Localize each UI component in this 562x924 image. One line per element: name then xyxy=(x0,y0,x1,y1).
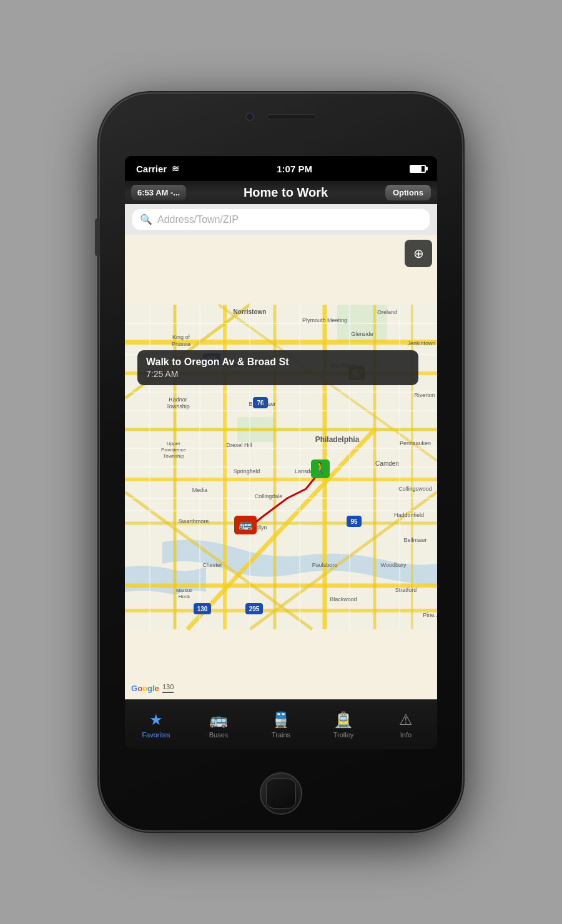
svg-text:Media: Media xyxy=(192,487,208,493)
star-icon: ★ xyxy=(149,711,163,729)
svg-text:Oreland: Oreland xyxy=(377,309,397,315)
svg-text:Collingswood: Collingswood xyxy=(398,486,432,492)
svg-text:King of: King of xyxy=(172,334,190,340)
warning-icon: ⚠ xyxy=(399,711,413,729)
svg-text:Norristown: Norristown xyxy=(234,308,267,315)
battery-icon xyxy=(410,165,426,173)
bus-icon: 🚌 xyxy=(209,711,228,729)
search-bar: 🔍 Address/Town/ZIP xyxy=(125,204,437,235)
tooltip-title: Walk to Oregon Av & Broad St xyxy=(146,356,410,368)
search-input[interactable]: Address/Town/ZIP xyxy=(157,214,239,225)
tab-trolley-label: Trolley xyxy=(333,731,354,739)
phone-speaker xyxy=(267,114,317,119)
map-area[interactable]: 276 76 95 130 295 xyxy=(125,235,437,699)
svg-text:Prussia: Prussia xyxy=(172,341,190,347)
svg-text:Haddonfield: Haddonfield xyxy=(394,512,424,518)
svg-text:Township: Township xyxy=(163,453,184,459)
svg-text:Camden: Camden xyxy=(375,460,399,467)
phone-camera xyxy=(245,112,254,121)
svg-text:Philadelphia: Philadelphia xyxy=(315,435,360,444)
svg-text:Collingdale: Collingdale xyxy=(255,493,283,499)
svg-text:Bellmawr: Bellmawr xyxy=(403,537,426,543)
tab-trains-label: Trains xyxy=(272,731,290,739)
svg-text:Township: Township xyxy=(166,403,190,410)
trolley-icon: 🚊 xyxy=(334,711,353,729)
svg-text:Hook: Hook xyxy=(179,594,191,599)
svg-text:295: 295 xyxy=(249,606,260,612)
tab-trains[interactable]: 🚆 Trains xyxy=(250,700,312,749)
svg-text:Bryn Mawr: Bryn Mawr xyxy=(249,401,275,407)
phone-top-bar xyxy=(245,112,317,121)
tab-info[interactable]: ⚠ Info xyxy=(375,700,437,749)
svg-text:Glenside: Glenside xyxy=(351,331,373,337)
svg-text:Providence: Providence xyxy=(161,447,187,453)
svg-text:Drexel Hill: Drexel Hill xyxy=(226,442,252,448)
tab-buses[interactable]: 🚌 Buses xyxy=(187,700,250,749)
phone-device: Carrier ≋ 1:07 PM 6:53 AM -... Home to W… xyxy=(100,94,462,830)
locate-icon: ⊕ xyxy=(413,246,424,261)
svg-text:🚶: 🚶 xyxy=(313,461,328,475)
svg-text:Chester: Chester xyxy=(202,562,222,568)
options-button[interactable]: Options xyxy=(385,185,431,200)
phone-screen: Carrier ≋ 1:07 PM 6:53 AM -... Home to W… xyxy=(125,156,437,749)
map-tooltip: Walk to Oregon Av & Broad St 7:25 AM xyxy=(137,350,418,385)
carrier-label: Carrier xyxy=(136,164,167,174)
svg-text:Riverton: Riverton xyxy=(414,392,435,398)
status-bar: Carrier ≋ 1:07 PM xyxy=(125,156,437,181)
svg-text:Blackwood: Blackwood xyxy=(330,596,357,602)
home-button-inner xyxy=(266,779,296,808)
svg-text:95: 95 xyxy=(350,518,358,525)
tab-trolley[interactable]: 🚊 Trolley xyxy=(312,700,375,749)
tooltip-time: 7:25 AM xyxy=(146,369,410,379)
svg-text:130: 130 xyxy=(197,606,208,612)
tab-info-label: Info xyxy=(400,731,412,739)
svg-text:Upper: Upper xyxy=(167,441,180,446)
svg-text:Pine...: Pine... xyxy=(423,612,437,618)
svg-text:Pennsauken: Pennsauken xyxy=(400,440,431,446)
tab-bar: ★ Favorites 🚌 Buses 🚆 Trains 🚊 Trolley ⚠ xyxy=(125,699,437,749)
navigation-bar: 6:53 AM -... Home to Work Options xyxy=(125,181,437,204)
svg-text:Stratford: Stratford xyxy=(395,587,417,593)
nav-title: Home to Work xyxy=(191,185,380,200)
svg-text:Radnor: Radnor xyxy=(169,396,187,403)
svg-text:Springfield: Springfield xyxy=(234,468,260,474)
wifi-icon: ≋ xyxy=(172,164,179,174)
tab-buses-label: Buses xyxy=(209,731,229,739)
map-scale: 130 xyxy=(162,683,174,693)
tab-favorites-label: Favorites xyxy=(142,731,170,739)
train-icon: 🚆 xyxy=(272,711,290,729)
time-badge[interactable]: 6:53 AM -... xyxy=(131,185,186,200)
svg-text:Marcus: Marcus xyxy=(176,587,192,593)
svg-text:Swarthmore: Swarthmore xyxy=(179,518,209,524)
map-svg: 276 76 95 130 295 xyxy=(125,235,437,699)
locate-button[interactable]: ⊕ xyxy=(405,240,432,267)
home-button[interactable] xyxy=(260,772,302,815)
search-input-wrap[interactable]: 🔍 Address/Town/ZIP xyxy=(132,209,430,230)
svg-text:Woodbury: Woodbury xyxy=(381,562,407,568)
search-icon: 🔍 xyxy=(140,214,152,225)
svg-text:Jenkintown: Jenkintown xyxy=(407,340,435,346)
svg-text:Plymouth Meeting: Plymouth Meeting xyxy=(302,317,347,323)
status-time: 1:07 PM xyxy=(277,164,312,174)
google-logo: Google xyxy=(131,684,159,693)
tab-favorites[interactable]: ★ Favorites xyxy=(125,700,187,749)
svg-text:Paulsboro: Paulsboro xyxy=(312,562,338,568)
svg-text:🚌: 🚌 xyxy=(239,518,253,531)
